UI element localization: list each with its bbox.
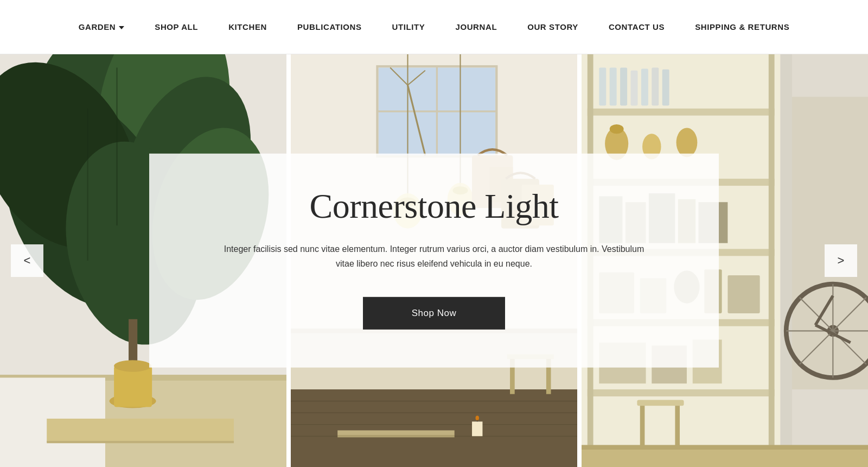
nav-list: GARDEN SHOP ALL KITCHEN PUBLICATIONS UTI… <box>63 22 805 31</box>
svg-rect-65 <box>620 67 627 105</box>
nav-label-publications: PUBLICATIONS <box>297 22 362 31</box>
hero-description: Integer facilisis sed nunc vitae element… <box>222 242 646 271</box>
nav-link-garden[interactable]: GARDEN <box>63 22 140 31</box>
nav-item-publications[interactable]: PUBLICATIONS <box>282 22 377 31</box>
shop-now-button[interactable]: Shop Now <box>363 297 506 330</box>
nav-link-utility[interactable]: UTILITY <box>377 22 441 31</box>
nav-item-journal[interactable]: JOURNAL <box>440 22 512 31</box>
main-nav: GARDEN SHOP ALL KITCHEN PUBLICATIONS UTI… <box>0 0 868 54</box>
svg-rect-60 <box>588 389 775 396</box>
chevron-left-icon: < <box>24 254 31 268</box>
nav-item-our-story[interactable]: OUR STORY <box>512 22 593 31</box>
svg-rect-48 <box>337 430 455 435</box>
svg-rect-64 <box>610 67 617 105</box>
svg-rect-102 <box>637 400 684 406</box>
svg-rect-89 <box>792 97 868 389</box>
nav-link-publications[interactable]: PUBLICATIONS <box>282 22 377 31</box>
nav-link-journal[interactable]: JOURNAL <box>440 22 512 31</box>
svg-rect-100 <box>640 401 645 448</box>
nav-label-journal: JOURNAL <box>455 22 497 31</box>
nav-item-shop-all[interactable]: SHOP ALL <box>139 22 213 31</box>
chevron-down-icon <box>119 26 124 29</box>
svg-point-16 <box>114 360 151 372</box>
svg-rect-15 <box>114 366 152 407</box>
nav-link-shipping-returns[interactable]: SHIPPING & RETURNS <box>680 22 805 31</box>
svg-rect-68 <box>652 67 659 105</box>
svg-rect-69 <box>662 70 669 106</box>
hero-overlay-card: Cornerstone Light Integer facilisis sed … <box>149 154 719 368</box>
nav-label-kitchen: KITCHEN <box>228 22 267 31</box>
nav-item-garden[interactable]: GARDEN <box>63 22 140 31</box>
svg-rect-63 <box>599 67 606 105</box>
svg-point-52 <box>476 416 479 421</box>
hero-title: Cornerstone Light <box>193 186 675 226</box>
svg-point-73 <box>676 128 698 157</box>
nav-label-utility: UTILITY <box>392 22 425 31</box>
svg-rect-98 <box>582 448 868 467</box>
carousel-prev-button[interactable]: < <box>11 244 43 277</box>
svg-rect-49 <box>337 435 455 437</box>
nav-link-contact-us[interactable]: CONTACT US <box>593 22 680 31</box>
nav-label-garden: GARDEN <box>79 22 116 31</box>
svg-rect-50 <box>472 421 482 436</box>
svg-rect-99 <box>582 445 868 450</box>
hero-section: Cornerstone Light Integer facilisis sed … <box>0 54 868 467</box>
svg-rect-83 <box>727 275 760 313</box>
nav-item-shipping-returns[interactable]: SHIPPING & RETURNS <box>680 22 805 31</box>
svg-rect-18 <box>47 441 234 443</box>
nav-item-contact-us[interactable]: CONTACT US <box>593 22 680 31</box>
svg-rect-56 <box>588 109 775 116</box>
nav-link-our-story[interactable]: OUR STORY <box>512 22 593 31</box>
nav-link-kitchen[interactable]: KITCHEN <box>213 22 282 31</box>
nav-label-shop-all: SHOP ALL <box>155 22 198 31</box>
chevron-right-icon: > <box>838 254 845 268</box>
svg-rect-101 <box>675 401 680 448</box>
nav-item-utility[interactable]: UTILITY <box>377 22 441 31</box>
nav-link-shop-all[interactable]: SHOP ALL <box>139 22 213 31</box>
svg-rect-66 <box>631 71 638 106</box>
svg-rect-62 <box>769 54 775 467</box>
nav-label-shipping-returns: SHIPPING & RETURNS <box>695 22 789 31</box>
svg-point-71 <box>610 124 624 134</box>
nav-item-kitchen[interactable]: KITCHEN <box>213 22 282 31</box>
carousel-next-button[interactable]: > <box>825 244 857 277</box>
svg-rect-17 <box>47 419 234 442</box>
svg-rect-67 <box>641 69 648 106</box>
nav-label-our-story: OUR STORY <box>527 22 578 31</box>
nav-label-contact-us: CONTACT US <box>609 22 665 31</box>
